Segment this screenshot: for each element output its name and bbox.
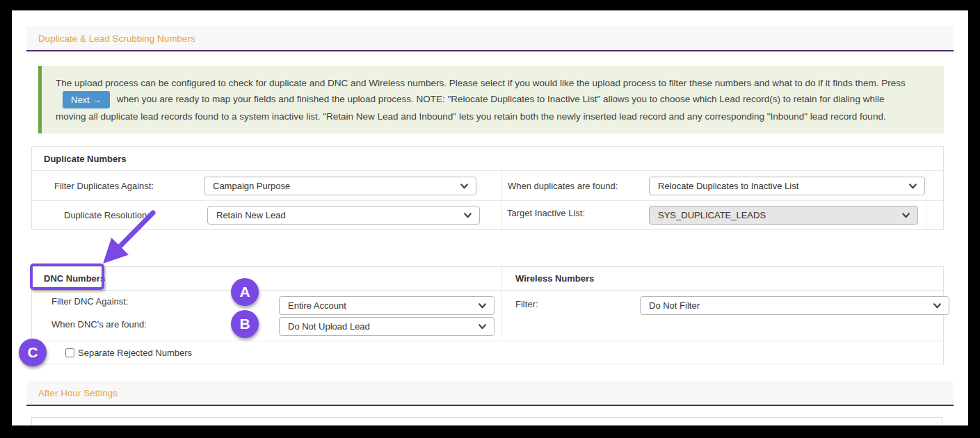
section-header-after-hour: After Hour Settings	[26, 381, 954, 406]
dnc-wireless-panel: DNC Numbers Wireless Numbers Filter DNC …	[31, 266, 944, 364]
chevron-down-icon	[463, 211, 472, 220]
select-value: Relocate Duplicates to Inactive List	[658, 181, 903, 191]
chevron-down-icon	[478, 301, 487, 310]
filter-duplicates-against-label: Filter Duplicates Against:	[54, 181, 154, 191]
section-header-duplicate-scrubbing: Duplicate & Lead Scrubbing Numbers	[26, 26, 954, 51]
annotation-circle-a: A	[231, 278, 259, 306]
chevron-down-icon	[460, 181, 469, 190]
chevron-down-icon	[901, 211, 910, 220]
duplicate-numbers-title: Duplicate Numbers	[32, 147, 943, 171]
column-divider	[926, 171, 926, 229]
next-button-label: Next	[71, 95, 90, 105]
upload-info-box: The upload process can be configured to …	[38, 66, 944, 133]
when-duplicates-found-label: When duplicates are found:	[508, 181, 618, 191]
when-dnc-found-select[interactable]: Do Not Upload Lead	[279, 317, 495, 336]
select-value: Retain New Lead	[216, 210, 458, 220]
duplicate-resolution-select[interactable]: Retain New Lead	[207, 206, 480, 225]
row-divider	[32, 290, 943, 291]
row-divider	[32, 200, 943, 201]
target-inactive-list-select[interactable]: SYS_DUPLICATE_LEADS	[649, 206, 918, 225]
select-value: Campaign Purpose	[213, 181, 454, 191]
chevron-down-icon	[908, 181, 917, 190]
select-value: SYS_DUPLICATE_LEADS	[658, 210, 896, 220]
duplicate-numbers-body: Filter Duplicates Against: Campaign Purp…	[32, 171, 943, 229]
section-title: Duplicate & Lead Scrubbing Numbers	[26, 26, 954, 51]
separate-rejected-label: Separate Rejected Numbers	[78, 348, 192, 358]
info-text-part1: The upload process can be configured to …	[56, 78, 906, 88]
wireless-filter-select[interactable]: Do Not Filter	[640, 296, 949, 315]
select-value: Do Not Upload Lead	[288, 321, 472, 332]
upload-settings-page: Duplicate & Lead Scrubbing Numbers The u…	[12, 10, 968, 425]
wireless-numbers-title: Wireless Numbers	[515, 267, 594, 290]
when-dnc-found-label: When DNC's are found:	[51, 319, 147, 330]
next-panel-partial	[31, 417, 942, 425]
chevron-down-icon	[933, 301, 942, 310]
arrow-right-icon: →	[93, 95, 102, 105]
column-divider	[501, 171, 502, 229]
screenshot-frame: Duplicate & Lead Scrubbing Numbers The u…	[0, 0, 980, 438]
section-title: After Hour Settings	[26, 381, 954, 405]
annotation-arrow-icon	[94, 207, 163, 273]
wireless-filter-label: Filter:	[515, 299, 538, 309]
select-value: Do Not Filter	[649, 300, 927, 311]
column-divider	[501, 267, 502, 339]
when-duplicates-found-select[interactable]: Relocate Duplicates to Inactive List	[649, 177, 925, 195]
dnc-highlight-box	[30, 263, 104, 290]
filter-dnc-against-select[interactable]: Entire Account	[279, 296, 495, 315]
info-text-part2: when you are ready to map your fields an…	[56, 94, 886, 122]
filter-dnc-against-label: Filter DNC Against:	[51, 296, 129, 307]
separate-rejected-row: Separate Rejected Numbers	[32, 341, 943, 364]
separate-rejected-checkbox[interactable]	[65, 348, 74, 357]
filter-duplicates-against-select[interactable]: Campaign Purpose	[204, 177, 476, 195]
duplicate-numbers-panel: Duplicate Numbers Filter Duplicates Agai…	[31, 146, 944, 230]
next-button[interactable]: Next→	[63, 91, 110, 108]
select-value: Entire Account	[288, 300, 472, 311]
target-inactive-list-label: Target Inactive List:	[507, 208, 585, 218]
annotation-circle-b: B	[231, 310, 259, 338]
annotation-circle-c: C	[19, 339, 47, 366]
chevron-down-icon	[478, 322, 487, 331]
